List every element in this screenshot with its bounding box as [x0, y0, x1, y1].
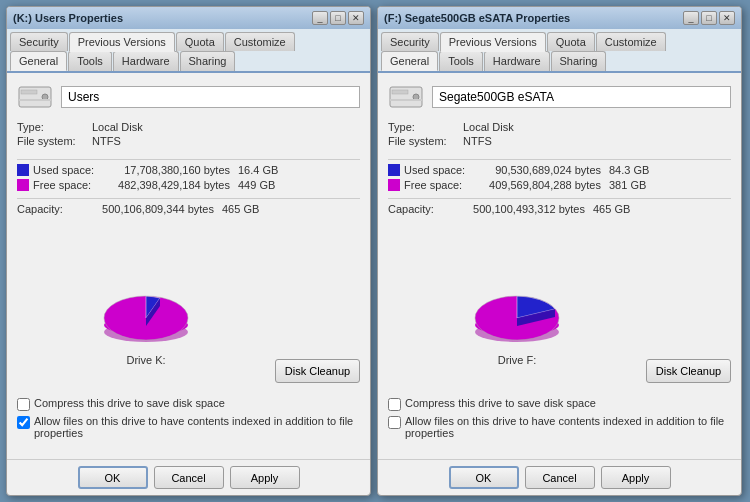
tab-quota-1[interactable]: Quota — [176, 32, 224, 51]
tab-customize-1[interactable]: Customize — [225, 32, 295, 51]
minimize-btn-2[interactable]: _ — [683, 11, 699, 25]
bottom-section-2: Compress this drive to save disk space A… — [388, 397, 731, 443]
compress-label-1: Compress this drive to save disk space — [34, 397, 225, 409]
ok-btn-1[interactable]: OK — [78, 466, 148, 489]
index-checkbox-1[interactable] — [17, 416, 30, 429]
cap-label-2: Capacity: — [388, 203, 463, 215]
cap-row-2: Capacity: 500,100,493,312 bytes 465 GB — [388, 203, 731, 215]
cap-bytes-2: 500,100,493,312 bytes — [463, 203, 593, 215]
free-bytes-1: 482,398,429,184 bytes — [108, 179, 238, 191]
disk-cleanup-btn-2[interactable]: Disk Cleanup — [646, 359, 731, 383]
type-label-1: Type: — [17, 121, 92, 133]
type-label-2: Type: — [388, 121, 463, 133]
info-section-1: Type: Local Disk File system: NTFS — [17, 121, 360, 149]
tabs-row1-2: Security Previous Versions Quota Customi… — [378, 29, 741, 52]
tabs-row2-1: General Tools Hardware Sharing — [7, 51, 370, 73]
fs-value-2: NTFS — [463, 135, 492, 147]
pie-area-2: Drive F: Disk Cleanup — [388, 222, 731, 393]
cap-label-1: Capacity: — [17, 203, 92, 215]
tab-customize-2[interactable]: Customize — [596, 32, 666, 51]
divider-2 — [17, 198, 360, 199]
index-checkbox-2[interactable] — [388, 416, 401, 429]
bottom-section-1: Compress this drive to save disk space A… — [17, 397, 360, 443]
tab-security-2[interactable]: Security — [381, 32, 439, 51]
content-2: Segate500GB eSATA Type: Local Disk File … — [378, 73, 741, 453]
drive-icon-2 — [388, 83, 424, 111]
drive-header-2: Segate500GB eSATA — [388, 83, 731, 111]
info-section-2: Type: Local Disk File system: NTFS — [388, 121, 731, 149]
svg-rect-3 — [19, 99, 51, 101]
tab-sharing-2[interactable]: Sharing — [551, 51, 607, 71]
type-value-1: Local Disk — [92, 121, 143, 133]
cancel-btn-2[interactable]: Cancel — [525, 466, 595, 489]
disk-cleanup-btn-1[interactable]: Disk Cleanup — [275, 359, 360, 383]
title-2: (F:) Segate500GB eSATA Properties — [384, 12, 570, 24]
compress-label-2: Compress this drive to save disk space — [405, 397, 596, 409]
pie-area-1: Drive K: Disk Cleanup — [17, 222, 360, 393]
svg-rect-1 — [21, 90, 37, 94]
compress-checkbox-2[interactable] — [388, 398, 401, 411]
used-label-2: Used space: — [404, 164, 479, 176]
svg-rect-9 — [392, 90, 408, 94]
title-bar-buttons-1: _ □ ✕ — [312, 11, 364, 25]
tab-security-1[interactable]: Security — [10, 32, 68, 51]
compress-row-1: Compress this drive to save disk space — [17, 397, 360, 411]
index-label-2: Allow files on this drive to have conten… — [405, 415, 731, 439]
used-color-block-2 — [388, 164, 400, 176]
maximize-btn-2[interactable]: □ — [701, 11, 717, 25]
free-label-2: Free space: — [404, 179, 479, 191]
tab-prev-versions-1[interactable]: Previous Versions — [69, 32, 175, 52]
title-bar-1: (K:) Users Properties _ □ ✕ — [7, 7, 370, 29]
free-row-1: Free space: 482,398,429,184 bytes 449 GB — [17, 179, 360, 191]
tabs-row2-2: General Tools Hardware Sharing — [378, 51, 741, 73]
content-1: Users Type: Local Disk File system: NTFS… — [7, 73, 370, 453]
tabs-row1-1: Security Previous Versions Quota Customi… — [7, 29, 370, 52]
free-row-2: Free space: 409,569,804,288 bytes 381 GB — [388, 179, 731, 191]
dialog-f-segate: (F:) Segate500GB eSATA Properties _ □ ✕ … — [377, 6, 742, 496]
cap-bytes-1: 500,106,809,344 bytes — [92, 203, 222, 215]
drive-header-1: Users — [17, 83, 360, 111]
free-gb-2: 381 GB — [609, 179, 664, 191]
maximize-btn-1[interactable]: □ — [330, 11, 346, 25]
tab-tools-1[interactable]: Tools — [68, 51, 112, 71]
dialog-buttons-2: OK Cancel Apply — [378, 459, 741, 495]
fs-label-1: File system: — [17, 135, 92, 147]
close-btn-2[interactable]: ✕ — [719, 11, 735, 25]
tab-hardware-2[interactable]: Hardware — [484, 51, 550, 71]
tab-general-1[interactable]: General — [10, 51, 67, 71]
ok-btn-2[interactable]: OK — [449, 466, 519, 489]
drive-name-1: Users — [61, 86, 360, 108]
index-label-1: Allow files on this drive to have conten… — [34, 415, 360, 439]
fs-row-1: File system: NTFS — [17, 135, 360, 147]
drive-letter-label-2: Drive F: — [498, 354, 537, 366]
minimize-btn-1[interactable]: _ — [312, 11, 328, 25]
tab-tools-2[interactable]: Tools — [439, 51, 483, 71]
fs-label-2: File system: — [388, 135, 463, 147]
divider-4 — [388, 198, 731, 199]
apply-btn-2[interactable]: Apply — [601, 466, 671, 489]
used-row-2: Used space: 90,530,689,024 bytes 84.3 GB — [388, 164, 731, 176]
tab-quota-2[interactable]: Quota — [547, 32, 595, 51]
pie-chart-1 — [81, 250, 211, 350]
tab-general-2[interactable]: General — [381, 51, 438, 71]
title-1: (K:) Users Properties — [13, 12, 123, 24]
tab-sharing-1[interactable]: Sharing — [180, 51, 236, 71]
title-bar-buttons-2: _ □ ✕ — [683, 11, 735, 25]
used-gb-2: 84.3 GB — [609, 164, 664, 176]
tab-hardware-1[interactable]: Hardware — [113, 51, 179, 71]
type-value-2: Local Disk — [463, 121, 514, 133]
drive-letter-label-1: Drive K: — [126, 354, 165, 366]
used-gb-1: 16.4 GB — [238, 164, 293, 176]
cancel-btn-1[interactable]: Cancel — [154, 466, 224, 489]
index-row-2: Allow files on this drive to have conten… — [388, 415, 731, 439]
tab-prev-versions-2[interactable]: Previous Versions — [440, 32, 546, 52]
compress-row-2: Compress this drive to save disk space — [388, 397, 731, 411]
divider-3 — [388, 159, 731, 160]
used-label-1: Used space: — [33, 164, 108, 176]
index-row-1: Allow files on this drive to have conten… — [17, 415, 360, 439]
close-btn-1[interactable]: ✕ — [348, 11, 364, 25]
dialog-buttons-1: OK Cancel Apply — [7, 459, 370, 495]
apply-btn-1[interactable]: Apply — [230, 466, 300, 489]
compress-checkbox-1[interactable] — [17, 398, 30, 411]
cap-row-1: Capacity: 500,106,809,344 bytes 465 GB — [17, 203, 360, 215]
